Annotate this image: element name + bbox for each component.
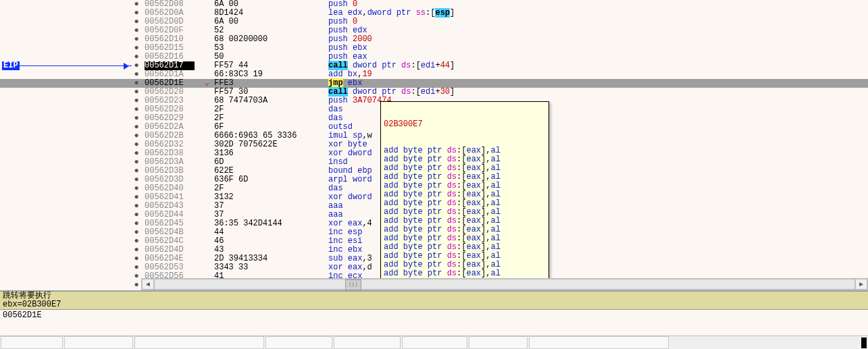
scroll-thumb[interactable]: ||| [345, 279, 361, 290]
info-top: 跳转将要执行 ebx=02B300E7 [0, 292, 868, 309]
disasm-row[interactable]: ●00562D0A8D1424lea edx,dword ptr ss:[esp… [0, 9, 868, 18]
horizontal-scrollbar[interactable]: ◄ ||| ► [141, 278, 868, 290]
status-bar [0, 335, 868, 349]
disasm-row[interactable]: ●00562D17FF57 44call dword ptr ds:[edi+4… [0, 61, 868, 70]
disasm-row[interactable]: ●00562D1A66:83C3 19add bx,19 [0, 70, 868, 79]
status-right-chip [861, 338, 867, 348]
bytes: 36:35 342D4144 [214, 219, 322, 228]
info-panel: 跳转将要执行 ebx=02B300E7 00562D1E [0, 291, 868, 317]
status-box[interactable] [469, 336, 528, 349]
disasm-row[interactable]: ●00562D1068 00200000push 2000 [0, 35, 868, 44]
disasm-panel[interactable]: EIP ●00562D086A 00push 0●00562D0A8D1424l… [0, 0, 868, 291]
disasm-row[interactable]: ●00562D0F52push edx [0, 26, 868, 35]
status-box[interactable] [529, 336, 669, 349]
bytes: 6A 00 [214, 18, 322, 26]
memory-tooltip: 02B300E7 add byte ptr ds:[eax],al add by… [380, 101, 549, 291]
bytes: 53 [214, 44, 322, 53]
bytes: 37 [214, 202, 322, 211]
scroll-track[interactable]: ||| [154, 279, 855, 290]
bytes: 46 [214, 237, 322, 246]
jump-flag-icon: ⌄ [200, 79, 213, 88]
status-box[interactable] [1, 336, 63, 349]
bytes: 636F 6D [214, 176, 322, 184]
info-bottom-addr: 00562D1E [0, 309, 868, 325]
bytes: 68 00200000 [214, 35, 322, 44]
bytes: 44 [214, 228, 322, 237]
status-box[interactable] [334, 336, 401, 349]
bytes: 3132 [214, 193, 322, 202]
bytes: 3136 [214, 149, 322, 158]
disasm-row[interactable]: ●00562D1553push ebx [0, 44, 868, 53]
status-box[interactable] [265, 336, 332, 349]
scroll-right-btn[interactable]: ► [855, 279, 867, 290]
scroll-left-btn[interactable]: ◄ [142, 279, 154, 290]
status-box[interactable] [402, 336, 467, 349]
bytes: 2F [214, 114, 322, 123]
bytes: 2F [214, 105, 322, 114]
disasm-row[interactable]: ●00562D0D6A 00push 0 [0, 18, 868, 26]
bytes: 68 7474703A [214, 97, 322, 105]
tooltip-body: add byte ptr ds:[eax],al add byte ptr ds… [384, 146, 546, 291]
status-box[interactable] [64, 336, 133, 349]
breakpoint-dot[interactable]: ● [132, 281, 141, 290]
bytes: 3343 33 [214, 263, 322, 272]
status-box[interactable] [134, 336, 264, 349]
tooltip-address: 02B300E7 [384, 120, 546, 129]
disasm-row[interactable]: ●00562D20FF57 30call dword ptr ds:[edi+3… [0, 88, 868, 97]
